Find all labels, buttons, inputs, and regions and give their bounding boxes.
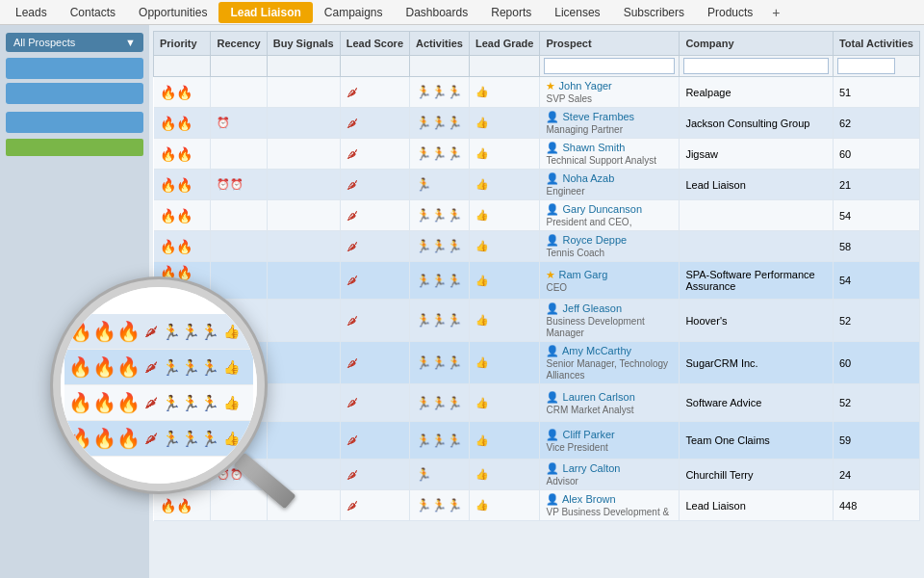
cell-lead-grade: 👍 bbox=[469, 342, 540, 384]
chili-icon: 🌶 bbox=[346, 209, 358, 223]
user-icon: 👤 bbox=[546, 462, 559, 474]
chili-icon: 🌶 bbox=[346, 499, 358, 512]
user-icon: 👤 bbox=[546, 493, 559, 505]
nav-dashboards[interactable]: Dashboards bbox=[395, 2, 480, 23]
prospect-name-link[interactable]: Amy McCarthy bbox=[562, 345, 631, 356]
nav-contacts[interactable]: Contacts bbox=[59, 2, 127, 23]
sidebar-btn-2[interactable] bbox=[6, 83, 143, 104]
prospect-name-link[interactable]: John Yager bbox=[559, 80, 612, 92]
user-icon: 👤 bbox=[546, 234, 559, 246]
prospect-name-link[interactable]: Ram Garg bbox=[559, 269, 608, 280]
col-total-activities: Total Activities bbox=[833, 32, 919, 56]
cell-recency bbox=[211, 139, 267, 170]
filter-company[interactable] bbox=[680, 56, 834, 77]
cell-priority: 🔥🔥 bbox=[154, 77, 211, 108]
nav-subscribers[interactable]: Subscribers bbox=[612, 2, 696, 23]
nav-opportunities[interactable]: Opportunities bbox=[127, 2, 218, 23]
cell-total-activities: 24 bbox=[833, 460, 919, 490]
filter-total[interactable] bbox=[833, 56, 919, 77]
cell-prospect: 👤 Shawn Smith Technical Support Analyst bbox=[540, 139, 680, 170]
cell-lead-grade: 👍 bbox=[469, 77, 540, 108]
cell-lead-score: 🌶 bbox=[340, 300, 409, 342]
user-icon: 👤 bbox=[546, 111, 559, 122]
fire-icon: 🔥🔥🔥 bbox=[160, 265, 192, 296]
nav-reports[interactable]: Reports bbox=[479, 2, 543, 23]
cell-priority: 🔥🔥🔥 bbox=[154, 300, 211, 342]
sidebar-btn-3[interactable] bbox=[6, 112, 143, 133]
prospect-name-link[interactable]: Cliff Parker bbox=[563, 429, 615, 440]
prospect-name-link[interactable]: Lauren Carlson bbox=[563, 391, 635, 403]
cell-lead-grade: 👍 bbox=[469, 490, 540, 521]
chevron-down-icon: ▼ bbox=[125, 37, 136, 48]
cell-company: Churchill Terry bbox=[680, 460, 834, 490]
prospects-table: Priority Recency Buy Signals Lead Score … bbox=[153, 31, 920, 521]
sidebar-dropdown[interactable]: All Prospects ▼ bbox=[6, 33, 143, 52]
cell-company: Hoover's bbox=[680, 300, 834, 342]
table-row: 🔥🔥🔥 🌶 🏃🏃🏃 👍 👤 Cliff Parker Vice Presiden… bbox=[154, 422, 920, 460]
filter-activities bbox=[410, 56, 470, 77]
prospect-name-link[interactable]: Jeff Gleason bbox=[563, 302, 623, 314]
nav-lead-liaison[interactable]: Lead Liaison bbox=[218, 2, 312, 23]
fire-icon: 🔥🔥 bbox=[160, 116, 192, 131]
cell-company: SPA-Software Performance Assurance bbox=[680, 262, 834, 300]
cell-total-activities: 448 bbox=[833, 490, 919, 521]
cell-lead-grade: 👍 bbox=[469, 460, 540, 490]
prospect-name-link[interactable]: Larry Calton bbox=[563, 462, 621, 474]
prospect-name-link[interactable]: Shawn Smith bbox=[563, 142, 626, 153]
cell-lead-score: 🌶 bbox=[340, 77, 409, 108]
prospect-name-link[interactable]: Alex Brown bbox=[562, 493, 616, 505]
nav-add-button[interactable]: + bbox=[764, 1, 787, 24]
table-filter-row bbox=[154, 56, 920, 77]
prospect-name-link[interactable]: Noha Azab bbox=[563, 172, 615, 184]
cell-buy-signals bbox=[267, 300, 340, 342]
sidebar: All Prospects ▼ bbox=[0, 25, 149, 578]
fire-icon: 🔥🔥 bbox=[160, 467, 192, 483]
cell-total-activities: 60 bbox=[833, 342, 919, 384]
cell-prospect: 👤 Gary Duncanson President and CEO, bbox=[540, 200, 680, 231]
prospect-title: Technical Support Analyst bbox=[546, 155, 656, 166]
user-icon: 👤 bbox=[546, 345, 559, 356]
nav-leads[interactable]: Leads bbox=[4, 2, 59, 23]
col-lead-grade: Lead Grade bbox=[469, 32, 540, 56]
cell-prospect: 👤 Steve Frambes Managing Partner bbox=[540, 108, 680, 139]
activity-icon: 🏃🏃🏃 bbox=[416, 239, 462, 253]
prospect-filter-input[interactable] bbox=[544, 58, 675, 74]
nav-licenses[interactable]: Licenses bbox=[543, 2, 611, 23]
cell-total-activities: 51 bbox=[833, 77, 919, 108]
chili-icon: 🌶 bbox=[346, 396, 358, 409]
cell-company: Lead Liaison bbox=[680, 490, 834, 521]
company-filter-input[interactable] bbox=[683, 58, 829, 74]
cell-recency bbox=[211, 384, 267, 422]
cell-total-activities: 59 bbox=[833, 422, 919, 460]
prospect-name-link[interactable]: Royce Deppe bbox=[563, 234, 628, 246]
activity-icon: 🏃🏃🏃 bbox=[416, 313, 462, 328]
cell-company: Realpage bbox=[680, 77, 834, 108]
prospect-title: VP Business Development & bbox=[546, 507, 669, 517]
fire-icon: 🔥🔥 bbox=[160, 177, 192, 193]
fire-icon: 🔥🔥🔥 bbox=[160, 348, 192, 379]
cell-priority: 🔥🔥 bbox=[154, 490, 211, 521]
cell-buy-signals bbox=[267, 460, 340, 490]
prospect-title: Engineer bbox=[546, 186, 584, 197]
cell-prospect: 👤 Jeff Gleason Business Development Mana… bbox=[540, 300, 680, 342]
sidebar-btn-1[interactable] bbox=[6, 58, 143, 79]
nav-products[interactable]: Products bbox=[696, 2, 764, 23]
cell-priority: 🔥🔥 bbox=[154, 139, 211, 170]
cell-buy-signals bbox=[267, 231, 340, 262]
cell-buy-signals bbox=[267, 170, 340, 200]
nav-campaigns[interactable]: Campaigns bbox=[313, 2, 395, 23]
cell-priority: 🔥🔥🔥 bbox=[154, 342, 211, 384]
filter-prospect[interactable] bbox=[540, 56, 680, 77]
cell-priority: 🔥🔥 bbox=[154, 200, 211, 231]
cell-lead-grade: 👍 bbox=[469, 200, 540, 231]
chili-icon: 🌶 bbox=[346, 468, 358, 482]
cell-recency: ⏰⏰ bbox=[211, 170, 267, 200]
prospect-name-link[interactable]: Gary Duncanson bbox=[563, 203, 643, 215]
prospect-name-link[interactable]: Steve Frambes bbox=[563, 111, 635, 122]
cell-total-activities: 58 bbox=[833, 231, 919, 262]
cell-recency: ⏰⏰ bbox=[211, 460, 267, 490]
cell-buy-signals bbox=[267, 384, 340, 422]
cell-recency bbox=[211, 300, 267, 342]
cell-company bbox=[680, 231, 834, 262]
total-filter-input[interactable] bbox=[837, 58, 895, 74]
